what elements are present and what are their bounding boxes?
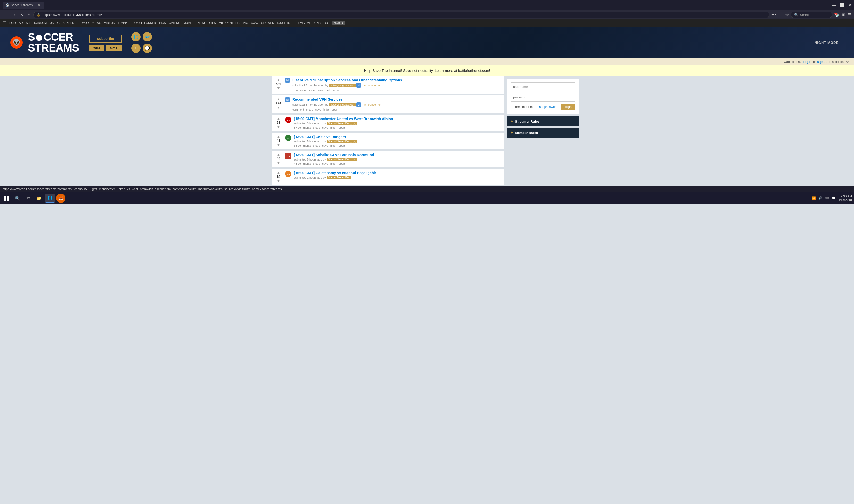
downvote-btn[interactable]: ▼ <box>277 106 280 109</box>
upvote-btn[interactable]: ▲ <box>277 97 280 101</box>
report-btn[interactable]: report <box>338 162 345 165</box>
nav-showerthoughts[interactable]: SHOWERTHOUGHTS <box>261 21 290 24</box>
downvote-btn[interactable]: ▼ <box>277 179 280 183</box>
post-title[interactable]: [16:00 GMT] Galatasaray vs İstanbul Başa… <box>294 171 502 175</box>
nav-todayilearned[interactable]: TODAY I LEARNED <box>131 21 156 24</box>
save-btn[interactable]: save <box>322 162 328 165</box>
post-title[interactable]: [15:00 GMT] Manchester United vs West Br… <box>294 117 502 121</box>
upvote-btn[interactable]: ▲ <box>277 78 280 82</box>
nav-all[interactable]: ALL <box>26 21 31 24</box>
upvote-btn[interactable]: ▲ <box>277 153 280 157</box>
maximize-btn[interactable]: ⬜ <box>840 3 844 7</box>
save-btn[interactable]: save <box>322 144 328 147</box>
nav-gaming[interactable]: GAMING <box>169 21 180 24</box>
share-btn[interactable]: share <box>313 126 320 129</box>
upvote-btn[interactable]: ▲ <box>277 135 280 138</box>
share-btn[interactable]: share <box>308 89 316 92</box>
streamer-rules-header[interactable]: + Streamer Rules <box>507 116 579 126</box>
author-tag[interactable]: notsoyoungpadawan <box>329 84 355 87</box>
browser-tab[interactable]: ⚽ Soccer Streams ✕ <box>3 2 44 9</box>
nav-mildly[interactable]: MILDLYINTERESTING <box>219 21 248 24</box>
post-title[interactable]: [13:30 GMT] Schalke 04 vs Borussia Dortm… <box>294 153 502 157</box>
star-icon[interactable]: ☆ <box>785 12 789 17</box>
nav-jokes[interactable]: JOKES <box>313 21 322 24</box>
downvote-btn[interactable]: ▼ <box>277 86 280 90</box>
file-explorer-btn[interactable]: 📁 <box>35 194 44 203</box>
author-tag[interactable]: SoccerStreamBot <box>327 122 351 125</box>
report-btn[interactable]: report <box>338 126 345 129</box>
nav-gifs[interactable]: GIFS <box>209 21 216 24</box>
save-btn[interactable]: save <box>318 89 324 92</box>
upvote-btn[interactable]: ▲ <box>277 117 280 120</box>
more-btn[interactable]: ••• <box>771 12 776 17</box>
hide-btn[interactable]: hide <box>330 162 336 165</box>
tab-close-btn[interactable]: ✕ <box>38 3 41 7</box>
reset-password-link[interactable]: reset password <box>537 105 559 109</box>
username-input[interactable] <box>511 83 575 91</box>
report-btn[interactable]: report <box>333 89 341 92</box>
twitter-icon[interactable]: 🐦 <box>143 32 152 41</box>
comments-link[interactable]: 87 comments <box>294 126 311 129</box>
nav-askreddit[interactable]: ASKREDDIT <box>63 21 79 24</box>
nav-aww[interactable]: AWW <box>251 21 258 24</box>
post-title[interactable]: [13:30 GMT] Celtic vs Rangers <box>294 135 502 139</box>
hide-btn[interactable]: hide <box>323 108 329 111</box>
settings-icon[interactable]: ⚙ <box>846 60 849 64</box>
nav-pics[interactable]: PICS <box>159 21 166 24</box>
nav-funny[interactable]: FUNNY <box>118 21 128 24</box>
search-taskbar-btn[interactable]: 🔍 <box>13 194 22 203</box>
task-view-btn[interactable]: ⧉ <box>24 194 33 203</box>
pocket-icon[interactable]: 🛡 <box>779 12 783 17</box>
login-link[interactable]: Log in <box>803 60 812 64</box>
keyboard-icon[interactable]: ⌨ <box>825 196 829 200</box>
nav-users[interactable]: USERS <box>50 21 59 24</box>
save-btn[interactable]: save <box>315 108 321 111</box>
start-button[interactable] <box>2 194 11 203</box>
share-btn[interactable]: share <box>306 108 313 111</box>
hamburger-icon[interactable]: ☰ <box>3 21 6 25</box>
comments-link[interactable]: comment <box>292 108 304 111</box>
downvote-btn[interactable]: ▼ <box>277 143 280 147</box>
password-input[interactable] <box>511 93 575 102</box>
nav-popular[interactable]: POPULAR <box>9 21 23 24</box>
minimize-btn[interactable]: — <box>832 3 836 7</box>
nav-television[interactable]: TELEVISION <box>293 21 310 24</box>
firefox-btn[interactable]: 🦊 <box>56 194 66 203</box>
signup-link[interactable]: sign up <box>817 60 827 64</box>
post-title[interactable]: Recommended VPN Services <box>292 97 502 102</box>
network-icon[interactable]: 📶 <box>812 196 816 200</box>
sidebar-icon[interactable]: ⊞ <box>842 12 845 17</box>
upvote-btn[interactable]: ▲ <box>277 171 280 175</box>
share-btn[interactable]: share <box>313 162 320 165</box>
author-tag[interactable]: SoccerStreamBot <box>327 158 351 161</box>
hide-btn[interactable]: hide <box>330 126 336 129</box>
browser-search-bar[interactable]: 🔍 Search <box>791 12 832 18</box>
report-btn[interactable]: report <box>338 144 345 147</box>
website-icon[interactable]: 🌐 <box>131 32 141 41</box>
comments-link[interactable]: 53 comments <box>294 144 311 147</box>
login-button[interactable]: login <box>561 104 575 110</box>
menu-icon[interactable]: ☰ <box>848 12 851 17</box>
author-tag[interactable]: SoccerStreamBot <box>327 176 351 179</box>
stop-btn[interactable]: ✕ <box>19 11 24 18</box>
subscribe-button[interactable]: subscribe <box>89 35 122 43</box>
nav-news[interactable]: NEWS <box>197 21 206 24</box>
post-title[interactable]: List of Paid Subscription Services and O… <box>292 78 502 82</box>
downvote-btn[interactable]: ▼ <box>277 125 280 129</box>
hide-btn[interactable]: hide <box>326 89 331 92</box>
address-bar[interactable]: 🔒 https://www.reddit.com/r/soccerstreams… <box>33 12 770 18</box>
home-btn[interactable]: ⌂ <box>27 12 31 18</box>
downvote-btn[interactable]: ▼ <box>277 161 280 165</box>
nav-worldnews[interactable]: WORLDNEWS <box>82 21 101 24</box>
nav-videos[interactable]: VIDEOS <box>104 21 115 24</box>
author-tag[interactable]: notsoyoungpadawan <box>329 103 355 106</box>
nav-movies[interactable]: MOVIES <box>183 21 194 24</box>
save-btn[interactable]: save <box>322 126 328 129</box>
nav-sc[interactable]: SC <box>325 21 329 24</box>
nav-random[interactable]: RANDOM <box>34 21 47 24</box>
report-btn[interactable]: report <box>331 108 338 111</box>
comments-link[interactable]: 1 comment <box>292 89 306 92</box>
wiki-button[interactable]: wiki <box>89 45 104 51</box>
forward-btn[interactable]: → <box>11 12 17 18</box>
remember-me-input[interactable] <box>511 105 514 108</box>
